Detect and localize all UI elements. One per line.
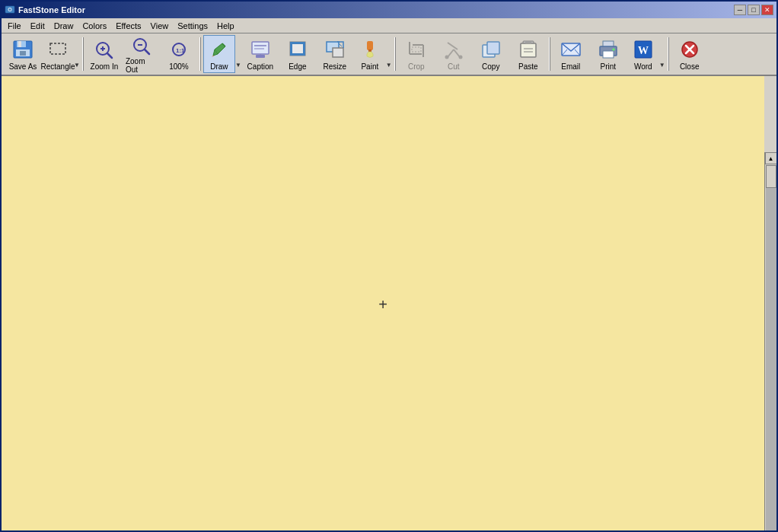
caption-label: Caption bbox=[247, 62, 273, 71]
email-icon bbox=[559, 37, 583, 62]
email-label: Email bbox=[561, 62, 580, 71]
svg-rect-8 bbox=[50, 43, 65, 54]
copy-label: Copy bbox=[482, 62, 499, 71]
paint-button[interactable]: Paint bbox=[354, 35, 386, 73]
edge-label: Edge bbox=[289, 62, 306, 71]
svg-text:1:1: 1:1 bbox=[176, 47, 185, 54]
caption-button[interactable]: Caption bbox=[242, 35, 279, 73]
close-label: Close bbox=[680, 62, 700, 71]
caption-icon bbox=[248, 37, 273, 62]
crop-label: Crop bbox=[408, 62, 425, 71]
svg-line-12 bbox=[107, 53, 112, 58]
canvas[interactable]: + bbox=[2, 76, 764, 532]
svg-rect-54 bbox=[603, 51, 614, 58]
zoom-out-icon bbox=[129, 35, 154, 56]
edge-button[interactable]: Edge bbox=[279, 35, 316, 73]
svg-point-42 bbox=[445, 56, 448, 59]
menu-colors[interactable]: Colors bbox=[78, 20, 111, 32]
cut-button[interactable]: Cut bbox=[435, 35, 472, 73]
crop-button[interactable]: Crop bbox=[398, 35, 435, 73]
maximize-button[interactable]: □ bbox=[748, 5, 760, 15]
svg-line-15 bbox=[145, 49, 149, 54]
word-button[interactable]: W Word bbox=[627, 35, 659, 73]
scroll-thumb[interactable] bbox=[766, 165, 776, 188]
close-window-button[interactable]: ✕ bbox=[761, 5, 773, 15]
word-dropdown[interactable]: ▼ bbox=[659, 35, 665, 73]
zoom-in-button[interactable]: Zoom In bbox=[86, 35, 123, 73]
copy-icon bbox=[479, 37, 503, 62]
menu-effects[interactable]: Effects bbox=[111, 20, 145, 32]
draw-group: Draw ▼ bbox=[203, 35, 241, 73]
menu-draw[interactable]: Draw bbox=[49, 20, 78, 32]
zoom-out-button[interactable]: Zoom Out bbox=[123, 35, 160, 73]
resize-button[interactable]: Resize bbox=[317, 35, 353, 73]
close-button[interactable]: Close bbox=[671, 35, 708, 73]
title-left: FastStone Editor bbox=[5, 5, 85, 15]
100percent-label: 100% bbox=[169, 62, 189, 71]
menu-help[interactable]: Help bbox=[212, 20, 239, 32]
rectangle-dropdown[interactable]: ▼ bbox=[74, 35, 80, 73]
print-button[interactable]: Print bbox=[590, 35, 627, 73]
print-icon bbox=[596, 37, 620, 62]
rectangle-label: Rectangle bbox=[40, 62, 75, 71]
copy-button[interactable]: Copy bbox=[473, 35, 509, 73]
svg-rect-48 bbox=[525, 41, 531, 43]
svg-line-41 bbox=[448, 43, 458, 49]
word-label: Word bbox=[634, 62, 652, 71]
menu-view[interactable]: View bbox=[146, 20, 174, 32]
paste-label: Paste bbox=[518, 62, 538, 71]
draw-label: Draw bbox=[210, 62, 228, 71]
minimize-button[interactable]: ─ bbox=[734, 5, 746, 15]
app-title: FastStone Editor bbox=[18, 5, 85, 14]
close-icon bbox=[678, 37, 702, 62]
svg-rect-30 bbox=[333, 48, 343, 57]
cut-label: Cut bbox=[448, 62, 460, 71]
content-area: + ▲ ▼ bbox=[2, 76, 776, 532]
svg-rect-47 bbox=[521, 43, 536, 57]
menu-edit[interactable]: Edit bbox=[26, 20, 49, 32]
draw-dropdown[interactable]: ▼ bbox=[235, 35, 241, 73]
word-group: W Word ▼ bbox=[627, 35, 665, 73]
draw-button[interactable]: Draw bbox=[203, 35, 235, 73]
menu-file[interactable]: File bbox=[3, 20, 26, 32]
svg-rect-33 bbox=[368, 49, 371, 52]
crosshair-cursor: + bbox=[378, 295, 387, 313]
draw-icon bbox=[207, 37, 231, 62]
svg-text:W: W bbox=[638, 45, 649, 56]
separator-3 bbox=[394, 37, 396, 71]
print-label: Print bbox=[600, 62, 616, 71]
svg-rect-22 bbox=[256, 55, 265, 58]
resize-icon bbox=[323, 37, 347, 62]
100percent-button[interactable]: 1:1 100% bbox=[161, 35, 197, 73]
title-controls: ─ □ ✕ bbox=[734, 5, 773, 15]
svg-line-39 bbox=[448, 49, 454, 57]
svg-rect-7 bbox=[20, 51, 26, 56]
100percent-icon: 1:1 bbox=[167, 37, 191, 62]
paste-icon bbox=[516, 37, 540, 62]
word-icon: W bbox=[631, 37, 655, 62]
paint-group: Paint ▼ bbox=[354, 35, 392, 73]
edge-icon bbox=[285, 37, 310, 62]
separator-2 bbox=[199, 37, 201, 71]
separator-1 bbox=[82, 37, 84, 71]
zoom-in-icon bbox=[92, 37, 116, 62]
toolbar: Save As Rectangle ▼ bbox=[2, 33, 776, 76]
paint-label: Paint bbox=[361, 62, 378, 71]
save-as-label: Save As bbox=[9, 62, 37, 71]
menu-settings[interactable]: Settings bbox=[173, 20, 212, 32]
scroll-up-button[interactable]: ▲ bbox=[765, 152, 777, 164]
svg-rect-5 bbox=[18, 41, 21, 47]
email-button[interactable]: Email bbox=[553, 35, 589, 73]
paint-dropdown[interactable]: ▼ bbox=[386, 35, 392, 73]
rectangle-button[interactable]: Rectangle bbox=[42, 35, 74, 73]
svg-line-40 bbox=[454, 49, 460, 57]
save-as-icon bbox=[11, 37, 35, 62]
svg-point-2 bbox=[9, 8, 11, 11]
rectangle-icon bbox=[46, 37, 70, 62]
paste-button[interactable]: Paste bbox=[510, 35, 547, 73]
svg-rect-38 bbox=[412, 47, 421, 52]
separator-5 bbox=[668, 37, 669, 71]
separator-4 bbox=[549, 37, 550, 71]
paint-icon bbox=[358, 37, 382, 62]
save-as-button[interactable]: Save As bbox=[5, 35, 41, 73]
